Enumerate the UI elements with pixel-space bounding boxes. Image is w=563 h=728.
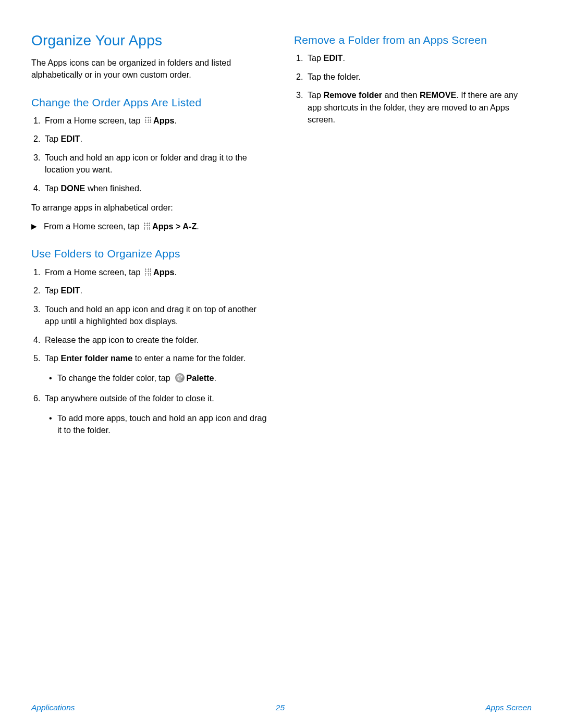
- step-text: From a Home screen, tap: [45, 116, 143, 125]
- step-text: when finished.: [85, 183, 141, 193]
- ui-label: Remove folder: [324, 90, 382, 100]
- step-item: Tap EDIT.: [43, 133, 269, 145]
- step-item: Tap DONE when finished.: [43, 182, 269, 194]
- step-text: .: [80, 286, 82, 295]
- substep-item: To change the folder color, tap Palet: [45, 372, 269, 386]
- step-item: Tap Enter folder name to enter a name fo…: [43, 352, 269, 386]
- step-text: Tap: [45, 134, 61, 143]
- alpha-order-intro: To arrange apps in alphabetical order:: [31, 202, 269, 214]
- remove-folder-steps: Tap EDIT. Tap the folder. Tap Remove fol…: [294, 52, 532, 126]
- step-item: Tap EDIT.: [43, 285, 269, 297]
- step-item: Tap EDIT.: [305, 52, 532, 64]
- step-item: Tap the folder.: [305, 71, 532, 83]
- heading-change-order: Change the Order Apps Are Listed: [31, 95, 269, 110]
- footer-right: Apps Screen: [485, 702, 532, 713]
- palette-icon: [175, 373, 185, 386]
- step-text: .: [214, 373, 216, 382]
- ui-label: REMOVE: [420, 90, 456, 100]
- arrow-list-item: From a Home screen, tap Apps > A-Z.: [31, 220, 269, 232]
- step-text: .: [342, 53, 345, 63]
- step-item: From a Home screen, tap Apps.: [43, 115, 269, 127]
- alpha-order-list: From a Home screen, tap Apps > A-Z.: [31, 220, 269, 232]
- ui-label: DONE: [61, 183, 85, 193]
- heading-remove-folder: Remove a Folder from an Apps Screen: [294, 32, 532, 48]
- column-left: Organize Your Apps The Apps icons can be…: [31, 30, 269, 443]
- icon-label: Apps: [153, 267, 174, 277]
- step-text: .: [175, 267, 177, 277]
- step-text: .: [80, 134, 82, 143]
- svg-point-4: [178, 378, 180, 380]
- icon-label: Palette: [186, 373, 214, 382]
- apps-grid-icon: [144, 223, 151, 230]
- svg-point-1: [178, 376, 179, 377]
- step-text: Tap: [45, 286, 61, 295]
- step-text: Tap anywhere outside of the folder to cl…: [45, 393, 214, 403]
- substep-item: To add more apps, touch and hold an app …: [45, 412, 269, 437]
- step-item: Tap anywhere outside of the folder to cl…: [43, 392, 269, 436]
- substeps: To change the folder color, tap Palet: [45, 372, 269, 386]
- use-folders-steps: From a Home screen, tap Apps. Tap EDIT. …: [31, 266, 269, 437]
- step-item: Touch and hold an app icon and drag it o…: [43, 303, 269, 328]
- step-text: From a Home screen, tap: [45, 267, 143, 277]
- step-text: .: [175, 116, 177, 125]
- step-item: Release the app icon to create the folde…: [43, 334, 269, 346]
- step-item: Touch and hold an app icon or folder and…: [43, 152, 269, 176]
- column-right: Remove a Folder from an Apps Screen Tap …: [294, 30, 532, 443]
- step-text: to enter a name for the folder.: [132, 353, 246, 363]
- step-text: Tap: [308, 53, 324, 63]
- ui-label: Apps > A-Z: [152, 221, 197, 231]
- step-item: From a Home screen, tap Apps.: [43, 266, 269, 278]
- intro-text: The Apps icons can be organized in folde…: [31, 57, 269, 81]
- step-text: Tap: [308, 90, 324, 100]
- step-item: Tap Remove folder and then REMOVE. If th…: [305, 89, 532, 126]
- step-text: Tap: [45, 353, 61, 363]
- footer-page-number: 25: [276, 702, 285, 713]
- ui-label: EDIT: [324, 53, 343, 63]
- apps-grid-icon: [145, 117, 152, 124]
- page-footer: Applications 25 Apps Screen: [31, 702, 532, 713]
- footer-left: Applications: [31, 702, 75, 713]
- svg-point-2: [179, 375, 181, 376]
- document-page: Organize Your Apps The Apps icons can be…: [0, 0, 563, 728]
- step-text: From a Home screen, tap: [44, 221, 142, 231]
- ui-label: EDIT: [61, 134, 80, 143]
- ui-label: Enter folder name: [61, 353, 133, 363]
- step-text: To change the folder color, tap: [57, 373, 173, 382]
- page-title: Organize Your Apps: [31, 30, 269, 52]
- content-columns: Organize Your Apps The Apps icons can be…: [31, 30, 532, 443]
- heading-use-folders: Use Folders to Organize Apps: [31, 246, 269, 262]
- step-text: Tap: [45, 183, 61, 193]
- apps-grid-icon: [145, 268, 152, 276]
- step-text: and then: [382, 90, 420, 100]
- icon-label: Apps: [153, 116, 174, 125]
- step-text: .: [197, 221, 199, 231]
- change-order-steps: From a Home screen, tap Apps. Tap EDIT. …: [31, 115, 269, 194]
- svg-point-3: [181, 376, 182, 377]
- ui-label: EDIT: [61, 286, 80, 295]
- substeps: To add more apps, touch and hold an app …: [45, 412, 269, 437]
